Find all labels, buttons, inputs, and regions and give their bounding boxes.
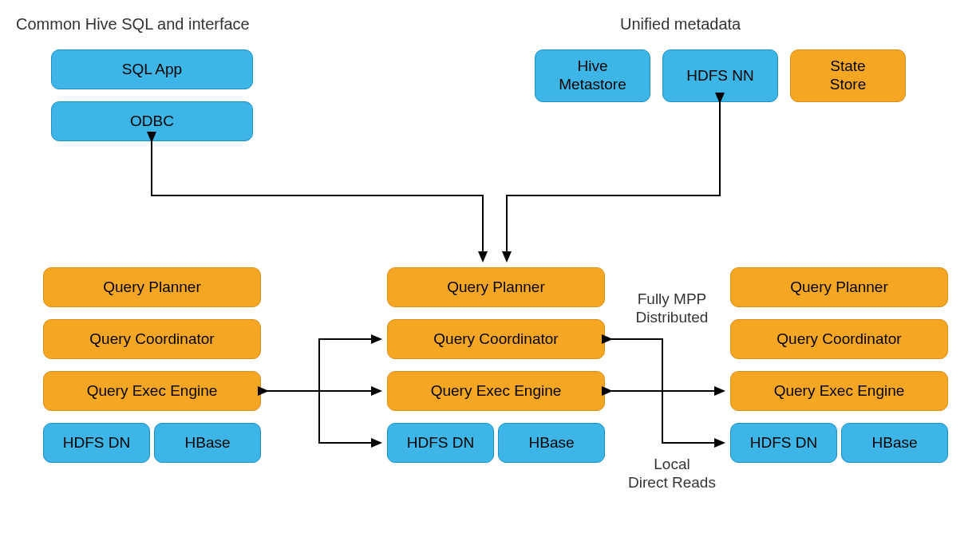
node2-exec: Query Exec Engine	[387, 371, 605, 411]
heading-common-hive: Common Hive SQL and interface	[16, 15, 250, 34]
node3-planner: Query Planner	[730, 267, 948, 307]
node3-hdfs-dn: HDFS DN	[730, 423, 837, 463]
node1-hdfs-dn: HDFS DN	[43, 423, 150, 463]
box-hive-metastore: Hive Metastore	[535, 49, 650, 102]
node1-exec: Query Exec Engine	[43, 371, 261, 411]
node1-hbase: HBase	[154, 423, 261, 463]
node3-hbase: HBase	[841, 423, 948, 463]
box-state-store: State Store	[790, 49, 906, 102]
node3-coord: Query Coordinator	[730, 319, 948, 359]
node2-hbase: HBase	[498, 423, 605, 463]
box-sql-app: SQL App	[51, 49, 253, 89]
box-odbc: ODBC	[51, 101, 253, 141]
node2-coord: Query Coordinator	[387, 319, 605, 359]
annotation-local-direct-reads: Local Direct Reads	[624, 456, 720, 492]
node1-coord: Query Coordinator	[43, 319, 261, 359]
node2-planner: Query Planner	[387, 267, 605, 307]
heading-unified-metadata: Unified metadata	[620, 15, 741, 34]
box-hdfs-nn: HDFS NN	[662, 49, 778, 102]
annotation-fully-mpp: Fully MPP Distributed	[624, 290, 720, 327]
node1-planner: Query Planner	[43, 267, 261, 307]
node3-exec: Query Exec Engine	[730, 371, 948, 411]
node2-hdfs-dn: HDFS DN	[387, 423, 494, 463]
